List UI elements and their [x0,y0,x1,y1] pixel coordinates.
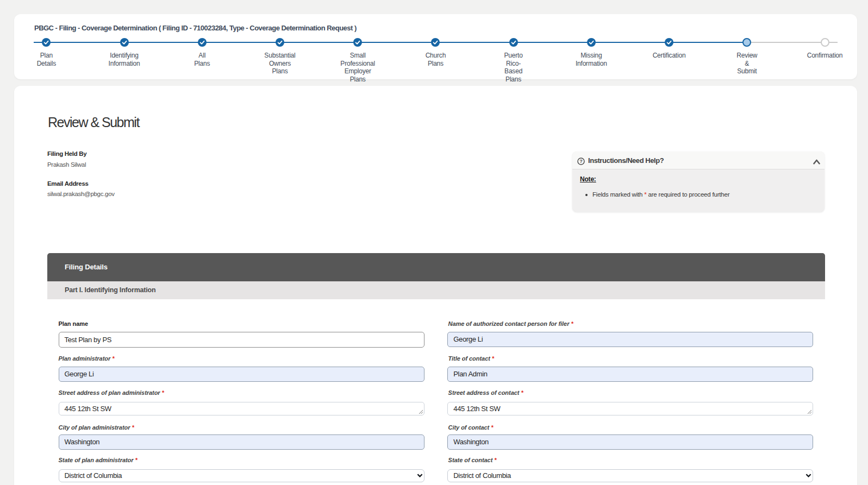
svg-text:?: ? [579,159,583,164]
